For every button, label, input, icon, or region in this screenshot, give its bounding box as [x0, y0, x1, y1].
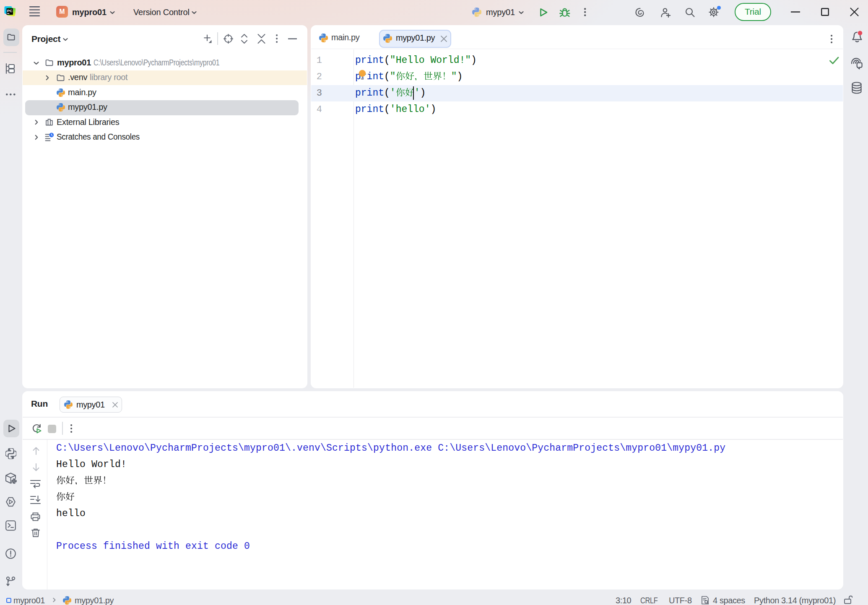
- svg-text:PC: PC: [7, 9, 13, 13]
